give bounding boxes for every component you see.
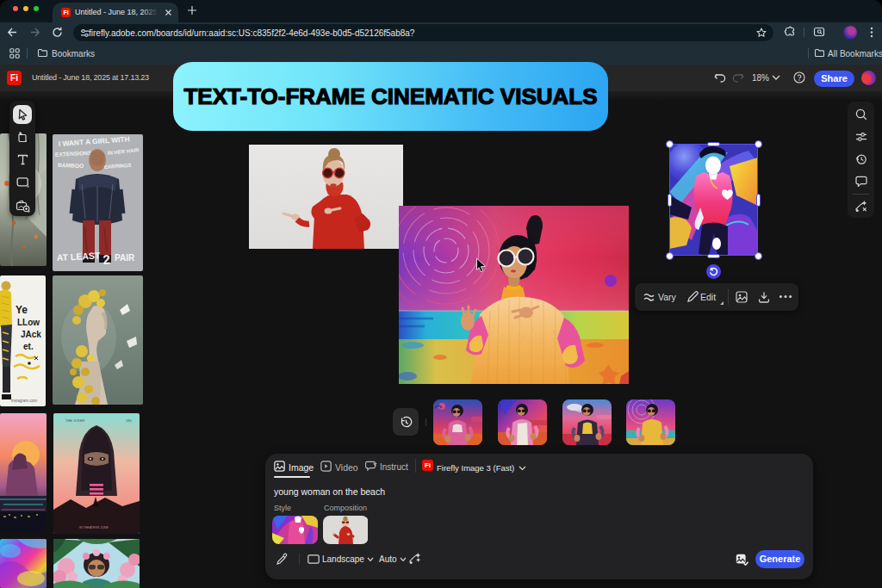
svg-text:JAck: JAck — [21, 330, 41, 339]
svg-text:instagram.com: instagram.com — [11, 399, 37, 403]
svg-text:PAIR: PAIR — [115, 253, 135, 263]
svg-text:THE JOKER: THE JOKER — [65, 418, 85, 423]
svg-text:LLow: LLow — [17, 318, 40, 327]
svg-text:IN THEATERS JUNE: IN THEATERS JUNE — [79, 526, 109, 529]
svg-text:BAMBOO: BAMBOO — [58, 162, 84, 169]
svg-text:et.: et. — [23, 342, 34, 351]
svg-text:2: 2 — [102, 251, 111, 267]
svg-text:Ye: Ye — [16, 304, 28, 316]
svg-text:180: 180 — [126, 418, 132, 423]
